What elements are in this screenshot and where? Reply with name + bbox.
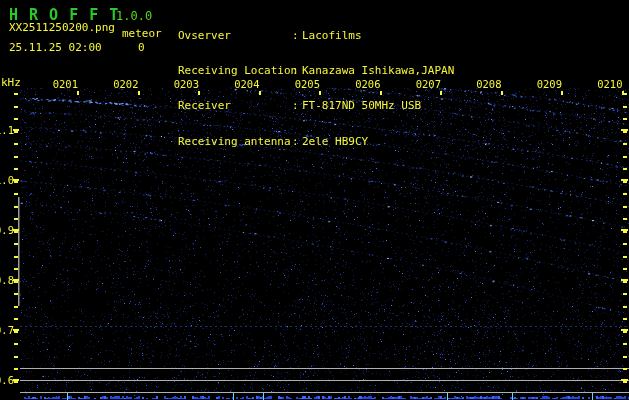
datetime-label: 25.11.25 02:00 [9, 41, 102, 54]
app-version: 1.0.0 [116, 9, 152, 23]
info-row-observer: Ovserver:Lacofilms [178, 30, 454, 42]
info-label: Receiving Location [178, 65, 292, 77]
info-label: Receiver [178, 100, 292, 112]
info-row-receiver: Receiver:FT-817ND 50MHz USB [178, 100, 454, 112]
station-info: Ovserver:Lacofilms Receiving Location:Ka… [178, 6, 454, 171]
info-value: Lacofilms [302, 30, 362, 42]
info-colon: : [292, 100, 302, 112]
info-value: Kanazawa Ishikawa,JAPAN [302, 65, 454, 77]
mode-label: meteor [122, 27, 162, 40]
y-axis-unit-label: kHz [1, 76, 21, 89]
output-filename: XX2511250200.png [9, 21, 115, 34]
info-row-antenna: Receiving antenna:2ele HB9CY [178, 136, 454, 148]
info-colon: : [292, 30, 302, 42]
info-value: FT-817ND 50MHz USB [302, 100, 421, 112]
meteor-count: 0 [138, 41, 145, 54]
info-row-location: Receiving Location:Kanazawa Ishikawa,JAP… [178, 65, 454, 77]
info-value: 2ele HB9CY [302, 136, 368, 148]
info-colon: : [292, 136, 302, 148]
info-label: Ovserver [178, 30, 292, 42]
info-label: Receiving antenna [178, 136, 292, 148]
hrofft-window: H R O F F T 1.0.0 XX2511250200.png meteo… [0, 0, 629, 400]
info-colon: : [292, 65, 302, 77]
